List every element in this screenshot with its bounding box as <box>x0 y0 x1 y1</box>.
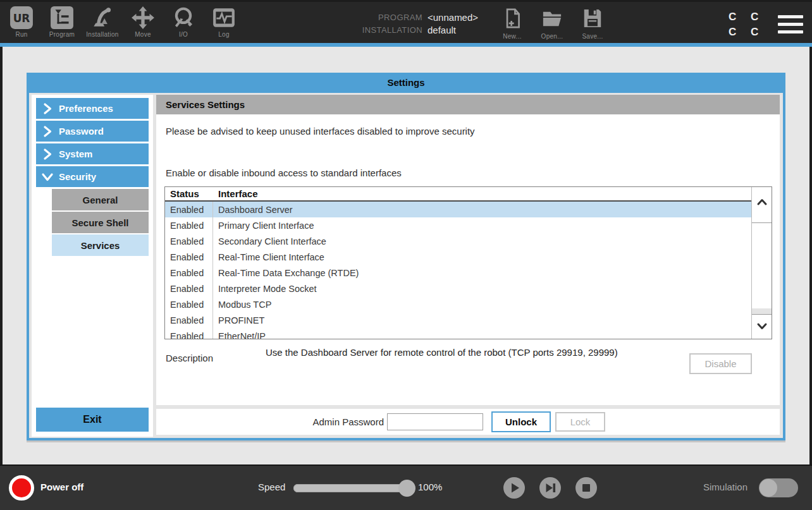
sidebar-item-security[interactable]: Security <box>36 166 149 187</box>
nav-tab-io-label: I/O <box>163 31 204 38</box>
open-file-label: Open... <box>531 33 573 40</box>
open-file-button[interactable]: Open... <box>531 8 573 40</box>
move-arrows-icon <box>123 6 163 30</box>
column-header-interface: Interface <box>213 187 258 200</box>
stop-button[interactable] <box>575 477 597 499</box>
stop-icon <box>575 490 597 501</box>
settings-dialog: Settings Preferences Password <box>27 73 785 440</box>
program-tree-icon <box>42 6 82 30</box>
sidebar-item-password[interactable]: Password <box>36 121 149 142</box>
row-status: Enabled <box>165 202 213 217</box>
chevron-down-icon <box>756 321 768 334</box>
row-interface: Real-Time Data Exchange (RTDE) <box>213 265 359 281</box>
speed-slider[interactable] <box>293 484 414 492</box>
simulation-toggle[interactable] <box>759 478 798 497</box>
new-file-button[interactable]: New... <box>491 8 533 40</box>
cc-marks-row2: C C <box>729 25 764 40</box>
settings-dialog-body: Preferences Password System <box>29 93 783 438</box>
speed-slider-knob[interactable] <box>398 480 415 497</box>
interfaces-table: Status Interface Enabled Dashboard Serve… <box>164 186 772 339</box>
row-interface: PROFINET <box>213 312 264 328</box>
open-folder-icon <box>541 20 563 30</box>
table-row-realtime-client[interactable]: Enabled Real-Time Client Interface <box>165 249 751 265</box>
interfaces-table-header: Status Interface <box>165 187 772 202</box>
installation-label: INSTALLATION <box>353 25 422 35</box>
sidebar-item-label: System <box>59 149 92 159</box>
io-signals-icon <box>163 6 204 30</box>
sidebar-subitem-label: Services <box>81 240 120 251</box>
table-row-dashboard-server[interactable]: Enabled Dashboard Server <box>165 202 751 217</box>
status-footer: Power off Speed 100% Simulation <box>0 464 812 510</box>
scroll-down-button[interactable] <box>752 316 772 339</box>
window-frame-left <box>0 47 3 464</box>
save-file-label: Save... <box>572 33 613 40</box>
hamburger-menu-icon[interactable] <box>777 14 804 35</box>
power-status-label: Power off <box>40 482 83 492</box>
save-file-button[interactable]: Save... <box>572 8 613 40</box>
exit-button[interactable]: Exit <box>36 408 149 432</box>
lock-button[interactable]: Lock <box>555 412 605 432</box>
program-label: PROGRAM <box>353 13 422 22</box>
top-navigation-bar: UR Run Program Installation Move <box>0 0 812 43</box>
table-row-secondary-client[interactable]: Enabled Secondary Client Interface <box>165 233 751 249</box>
table-row-modbus-tcp[interactable]: Enabled Modbus TCP <box>165 296 751 312</box>
row-status: Enabled <box>165 328 213 339</box>
nav-tab-installation[interactable]: Installation <box>82 6 123 38</box>
simulation-toggle-knob <box>760 479 777 497</box>
column-header-status: Status <box>165 187 213 200</box>
play-button[interactable] <box>503 477 525 499</box>
disable-button[interactable]: Disable <box>689 353 752 374</box>
sidebar-item-preferences[interactable]: Preferences <box>36 98 149 119</box>
table-row-rtde[interactable]: Enabled Real-Time Data Exchange (RTDE) <box>165 265 751 281</box>
admin-password-input[interactable] <box>387 413 483 430</box>
row-interface: Primary Client Interface <box>213 217 314 233</box>
nav-tab-program[interactable]: Program <box>42 6 82 38</box>
settings-dialog-title: Settings <box>27 73 785 93</box>
services-settings-panel: Services Settings Please be advised to k… <box>156 95 780 405</box>
header-accent-strip <box>0 43 812 47</box>
chevron-down-icon <box>41 171 54 183</box>
description-label: Description <box>166 353 213 363</box>
services-settings-heading: Services Settings <box>156 95 780 114</box>
row-interface: Real-Time Client Interface <box>213 249 324 265</box>
table-row-interpreter-mode[interactable]: Enabled Interpreter Mode Socket <box>165 281 751 296</box>
nav-tab-io[interactable]: I/O <box>163 6 204 38</box>
row-status: Enabled <box>165 265 213 281</box>
sidebar-item-label: Security <box>59 171 96 182</box>
sidebar-subitem-general[interactable]: General <box>52 189 149 210</box>
scrollbar-track-rest <box>752 308 772 314</box>
row-interface: Modbus TCP <box>213 296 271 312</box>
program-value: <unnamed> <box>428 12 478 23</box>
interfaces-table-body: Enabled Dashboard Server Enabled Primary… <box>165 202 751 339</box>
chevron-right-icon <box>41 148 54 161</box>
chevron-right-icon <box>41 102 54 115</box>
nav-tab-program-label: Program <box>42 31 82 38</box>
power-status-icon[interactable] <box>9 475 34 501</box>
nav-tab-move-label: Move <box>123 31 163 38</box>
table-row-profinet[interactable]: Enabled PROFINET <box>165 312 751 328</box>
nav-tab-move[interactable]: Move <box>123 6 163 38</box>
nav-tab-log[interactable]: Log <box>204 6 244 38</box>
scroll-up-button[interactable] <box>752 192 772 215</box>
step-forward-button[interactable] <box>539 477 561 499</box>
sidebar-subitem-secure-shell[interactable]: Secure Shell <box>52 212 149 233</box>
row-interface: EtherNet/IP <box>213 328 266 339</box>
nav-tab-log-label: Log <box>204 31 244 38</box>
sidebar-item-label: Password <box>59 126 104 137</box>
table-scrollbar[interactable] <box>751 187 772 339</box>
table-row-ethernet-ip[interactable]: Enabled EtherNet/IP <box>165 328 751 339</box>
nav-tab-installation-label: Installation <box>82 31 123 38</box>
svg-text:UR: UR <box>13 12 30 25</box>
sidebar-item-label: Preferences <box>59 103 113 114</box>
speed-label: Speed <box>258 482 285 492</box>
row-status: Enabled <box>165 296 213 312</box>
nav-tab-run-label: Run <box>1 31 42 38</box>
window-frame-right <box>809 47 812 464</box>
sidebar-subitem-services[interactable]: Services <box>52 234 149 256</box>
table-caption: Enable or disable inbound access to stan… <box>166 167 402 179</box>
table-row-primary-client[interactable]: Enabled Primary Client Interface <box>165 217 751 233</box>
sidebar-item-system[interactable]: System <box>36 143 149 164</box>
nav-tab-run[interactable]: UR Run <box>1 6 42 38</box>
sidebar-subitem-label: General <box>83 195 118 205</box>
unlock-button[interactable]: Unlock <box>491 411 551 432</box>
